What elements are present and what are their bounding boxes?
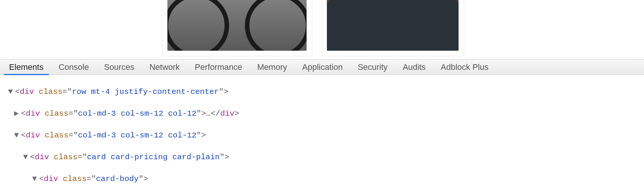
dom-node[interactable]: ▶<div class="col-md-3 col-sm-12 col-12">…: [0, 108, 644, 119]
tab-memory[interactable]: Memory: [250, 60, 295, 75]
dom-node[interactable]: ▼<div class="row mt-4 justify-content-ce…: [0, 86, 644, 97]
devtools-tabbar: Elements Console Sources Network Perform…: [0, 60, 644, 75]
tab-security[interactable]: Security: [350, 60, 395, 75]
devtools-panel: Elements Console Sources Network Perform…: [0, 59, 644, 190]
tab-performance[interactable]: Performance: [187, 60, 250, 75]
dom-node[interactable]: ▼<div class="col-md-3 col-sm-12 col-12">: [0, 130, 644, 141]
tab-network[interactable]: Network: [142, 60, 187, 75]
expand-arrow-icon[interactable]: ▼: [0, 152, 30, 163]
expand-arrow-icon[interactable]: ▼: [0, 173, 39, 184]
page-card: [162, 0, 312, 56]
tab-console[interactable]: Console: [51, 60, 97, 75]
tab-sources[interactable]: Sources: [96, 60, 142, 75]
card-image-bicycle: [167, 0, 307, 51]
dom-node[interactable]: ▼<div class="card card-pricing card-plai…: [0, 152, 644, 163]
tab-elements[interactable]: Elements: [2, 60, 51, 75]
expand-arrow-icon[interactable]: ▼: [0, 86, 15, 97]
page-card: [321, 0, 464, 56]
expand-arrow-icon[interactable]: ▶: [0, 108, 21, 119]
tab-audits[interactable]: Audits: [395, 60, 433, 75]
card-image-portrait: [327, 0, 459, 51]
expand-arrow-icon[interactable]: ▼: [0, 130, 21, 141]
tab-application[interactable]: Application: [295, 60, 350, 75]
page-content-preview: [0, 0, 644, 59]
elements-tree[interactable]: ▼<div class="row mt-4 justify-content-ce…: [0, 75, 644, 190]
tab-adblock[interactable]: Adblock Plus: [433, 60, 496, 75]
dom-node[interactable]: ▼<div class="card-body">: [0, 173, 644, 184]
